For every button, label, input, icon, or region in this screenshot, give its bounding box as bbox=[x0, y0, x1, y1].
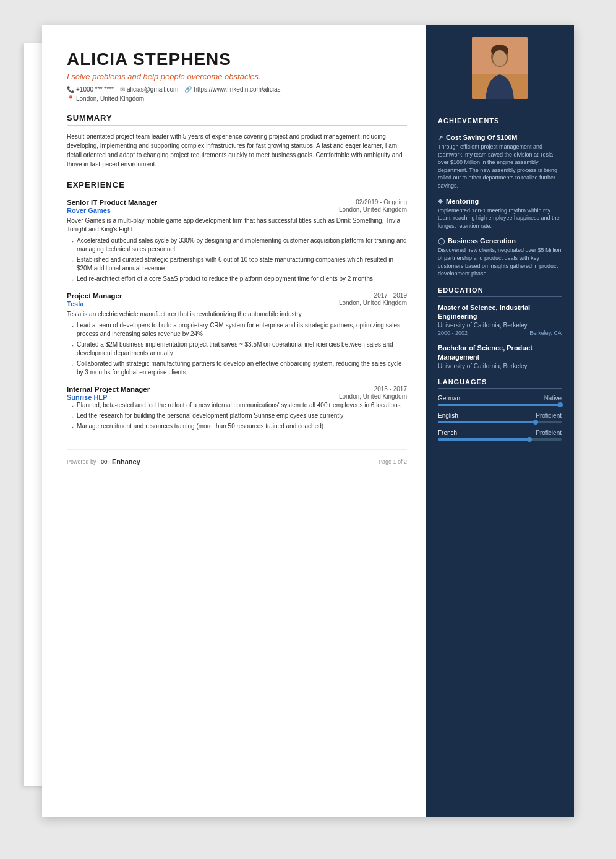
lang-row-german: German Native bbox=[438, 395, 562, 402]
avatar-container bbox=[438, 25, 562, 108]
lang-bar-fill-german bbox=[438, 404, 562, 406]
achievement-title-1: ↗ Cost Saving Of $100M bbox=[438, 134, 562, 141]
exp-bullet: Established and curated strategic partne… bbox=[72, 256, 407, 273]
contact-row: 📞 +1000 *** **** ✉ alicias@gmail.com 🔗 h… bbox=[67, 86, 407, 93]
edu-degree-2: Bachelor of Science, Product Management bbox=[438, 343, 562, 361]
achievement-title-3: ◯ Business Generation bbox=[438, 237, 562, 244]
lang-bar-bg-french bbox=[438, 438, 562, 441]
location-icon: 📍 bbox=[67, 95, 74, 102]
exp-bullet: Collaborated with strategic manufacturin… bbox=[72, 360, 407, 377]
lang-name-french: French bbox=[438, 430, 457, 436]
lang-level-english: Proficient bbox=[536, 412, 562, 419]
exp-location-2: London, United Kingdom bbox=[339, 300, 407, 308]
exp-header-3: Internal Project Manager 2015 - 2017 bbox=[67, 386, 407, 393]
page-container: EXPERIENCE Interirm Manager Jennifer's C… bbox=[42, 25, 574, 829]
resume-name: ALICIA STEPHENS bbox=[67, 50, 407, 69]
edu-years-1: 2000 - 2002 Berkeley, CA bbox=[438, 330, 562, 336]
resume-header: ALICIA STEPHENS I solve problems and hel… bbox=[67, 50, 407, 102]
email-icon: ✉ bbox=[120, 86, 125, 93]
exp-bullet: Led the research for building the person… bbox=[72, 412, 407, 420]
svg-point-4 bbox=[493, 50, 507, 66]
summary-text: Result-orientated project team leader wi… bbox=[67, 132, 407, 169]
lang-german: German Native bbox=[438, 395, 562, 406]
lang-bar-fill-french bbox=[438, 438, 531, 441]
exp-title-1: Senior IT Product Manager bbox=[67, 199, 157, 206]
main-content: ALICIA STEPHENS I solve problems and hel… bbox=[42, 25, 426, 817]
exp-bullets-3: Planned, beta-tested and led the rollout… bbox=[72, 401, 407, 431]
achievement-2: ◆ Mentoring Implemented 1on-1 meeting rh… bbox=[438, 197, 562, 230]
summary-section-title: SUMMARY bbox=[67, 113, 407, 126]
lang-row-french: French Proficient bbox=[438, 430, 562, 436]
exp-header-2: Project Manager 2017 - 2019 bbox=[67, 292, 407, 300]
edu-entry-1: Master of Science, Industrial Engineerin… bbox=[438, 303, 562, 337]
exp-header-1: Senior IT Product Manager 02/2019 - Ongo… bbox=[67, 199, 407, 206]
exp-desc-2: Tesla is an electric vehicle manufacture… bbox=[67, 310, 407, 319]
lang-bar-bg-german bbox=[438, 404, 562, 406]
achievement-text-2: Implemented 1on-1 meeting rhythm within … bbox=[438, 207, 562, 230]
exp-bullets-2: Lead a team of developers to build a pro… bbox=[72, 321, 407, 377]
lang-bar-bg-english bbox=[438, 421, 562, 423]
sidebar: ACHIEVEMENTS ↗ Cost Saving Of $100M Thro… bbox=[426, 25, 574, 817]
exp-bullet: Led re-architect effort of a core SaaS p… bbox=[72, 275, 407, 283]
exp-dates-2: 2017 - 2019 bbox=[374, 292, 407, 299]
exp-location-1: London, United Kingdom bbox=[339, 206, 407, 214]
exp-bullet: Accelerated outbound sales cycle by 330%… bbox=[72, 236, 407, 254]
lang-english: English Proficient bbox=[438, 412, 562, 423]
linkedin-icon: 🔗 bbox=[184, 86, 192, 93]
exp-bullet: Manage recruitment and resources trainin… bbox=[72, 422, 407, 431]
exp-dates-1: 02/2019 - Ongoing bbox=[356, 199, 407, 205]
exp-sub-2: Tesla London, United Kingdom bbox=[67, 300, 407, 308]
mentoring-icon: ◆ bbox=[438, 197, 443, 204]
edu-school-2: University of California, Berkeley bbox=[438, 363, 562, 369]
contact-linkedin: 🔗 https://www.linkedin.com/alicias bbox=[184, 86, 280, 93]
contact-phone: 📞 +1000 *** **** bbox=[67, 86, 114, 93]
lang-name-german: German bbox=[438, 395, 460, 402]
lang-level-french: Proficient bbox=[536, 430, 562, 436]
languages-section-title: LANGUAGES bbox=[438, 378, 562, 389]
achievement-text-3: Discovered new clients, negotiated over … bbox=[438, 246, 562, 277]
powered-by-p1: Powered by ∞ Enhancy bbox=[67, 456, 140, 467]
exp-entry-2: Project Manager 2017 - 2019 Tesla London… bbox=[67, 292, 407, 377]
experience-section-title: EXPERIENCE bbox=[67, 180, 407, 192]
cost-saving-icon: ↗ bbox=[438, 134, 443, 141]
achievements-section-title: ACHIEVEMENTS bbox=[438, 117, 562, 127]
exp-location-3: London, United Kingdom bbox=[339, 393, 407, 401]
exp-bullet: Curated a $2M business implementation pr… bbox=[72, 340, 407, 358]
phone-icon: 📞 bbox=[67, 86, 74, 93]
business-icon: ◯ bbox=[438, 238, 445, 244]
achievement-1: ↗ Cost Saving Of $100M Through efficient… bbox=[438, 134, 562, 190]
lang-french: French Proficient bbox=[438, 430, 562, 441]
exp-dates-3: 2015 - 2017 bbox=[374, 386, 407, 392]
exp-bullets-1: Accelerated outbound sales cycle by 330%… bbox=[72, 236, 407, 283]
education-section-title: EDUCATION bbox=[438, 287, 562, 297]
lang-level-german: Native bbox=[544, 395, 562, 402]
page1-footer: Powered by ∞ Enhancy Page 1 of 2 bbox=[67, 449, 407, 467]
exp-title-2: Project Manager bbox=[67, 292, 122, 300]
contact-location: 📍 London, United Kingdom bbox=[67, 95, 407, 102]
edu-degree-1: Master of Science, Industrial Engineerin… bbox=[438, 303, 562, 321]
exp-sub-1: Rover Games London, United Kingdom bbox=[67, 206, 407, 214]
edu-entry-2: Bachelor of Science, Product Management … bbox=[438, 343, 562, 369]
lang-row-english: English Proficient bbox=[438, 412, 562, 419]
exp-desc-1: Rover Games is a multi-play mobile game … bbox=[67, 217, 407, 234]
exp-entry-3: Internal Project Manager 2015 - 2017 Sun… bbox=[67, 386, 407, 431]
page-number-p1: Page 1 of 2 bbox=[379, 459, 407, 465]
lang-name-english: English bbox=[438, 412, 458, 419]
exp-bullet: Planned, beta-tested and led the rollout… bbox=[72, 401, 407, 410]
achievement-title-2: ◆ Mentoring bbox=[438, 197, 562, 205]
exp-entry-1: Senior IT Product Manager 02/2019 - Ongo… bbox=[67, 199, 407, 283]
exp-company-3: Sunrise HLP bbox=[67, 394, 107, 401]
exp-company-1: Rover Games bbox=[67, 207, 111, 214]
lang-bar-fill-english bbox=[438, 421, 537, 423]
exp-bullet: Lead a team of developers to build a pro… bbox=[72, 321, 407, 339]
exp-sub-3: Sunrise HLP London, United Kingdom bbox=[67, 393, 407, 401]
resume-tagline: I solve problems and help people overcom… bbox=[67, 72, 407, 81]
achievement-text-1: Through efficient project management and… bbox=[438, 143, 562, 190]
exp-title-3: Internal Project Manager bbox=[67, 386, 150, 393]
page-1-front: ALICIA STEPHENS I solve problems and hel… bbox=[42, 25, 574, 817]
edu-school-1: University of California, Berkeley bbox=[438, 322, 562, 329]
achievement-3: ◯ Business Generation Discovered new cli… bbox=[438, 237, 562, 277]
exp-company-2: Tesla bbox=[67, 300, 83, 308]
avatar bbox=[472, 37, 528, 99]
contact-email: ✉ alicias@gmail.com bbox=[120, 86, 179, 93]
